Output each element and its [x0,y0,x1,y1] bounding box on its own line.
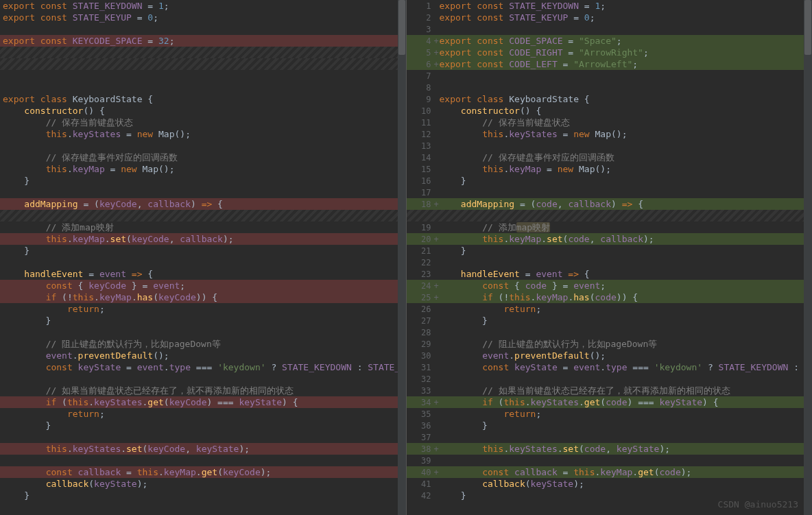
code-right[interactable]: 1export const STATE_KEYDOWN = 1;2export … [407,0,813,501]
code-line[interactable]: 7 [407,70,813,82]
code-line[interactable]: 26 return; [407,303,813,315]
code-line[interactable]: 28 [407,326,813,338]
code-line[interactable] [0,431,406,443]
code-line[interactable]: const keyState = event.type === 'keydown… [0,361,406,373]
code-line[interactable] [0,140,406,152]
code-line[interactable] [0,187,406,198]
code-line[interactable]: 34 if (this.keyStates.get(code) === keyS… [407,396,813,408]
diff-viewer: export const STATE_KEYDOWN = 1;export co… [0,0,812,515]
code-line[interactable]: 36 } [407,420,813,431]
code-line[interactable]: return; [0,303,406,315]
code-line[interactable]: const callback = this.keyMap.get(keyCode… [0,466,406,478]
code-line[interactable]: addMapping = (keyCode, callback) => { [0,198,406,210]
code-line[interactable] [0,256,406,268]
code-line[interactable]: 8 [407,82,813,93]
code-line[interactable]: 1export const STATE_KEYDOWN = 1; [407,0,813,12]
code-line[interactable]: // 保存键盘事件对应的回调函数 [0,152,406,163]
code-line[interactable]: 20 this.keyMap.set(code, callback); [407,233,813,245]
code-line[interactable] [0,58,406,70]
code-line[interactable] [0,326,406,338]
code-line[interactable]: } [0,490,406,501]
code-line[interactable]: 2export const STATE_KEYUP = 0; [407,12,813,23]
code-line[interactable]: constructor() { [0,105,406,117]
code-line[interactable]: 38 this.keyStates.set(code, keyState); [407,443,813,455]
code-line[interactable]: 10 constructor() { [407,105,813,117]
code-line[interactable]: 5export const CODE_RIGHT = "ArrowRight"; [407,47,813,58]
code-line[interactable]: export class KeyboardState { [0,93,406,105]
code-left[interactable]: export const STATE_KEYDOWN = 1;export co… [0,0,406,501]
code-line[interactable]: 41 callback(keyState); [407,478,813,490]
code-line[interactable]: this.keyMap.set(keyCode, callback); [0,233,406,245]
code-line[interactable] [0,82,406,93]
code-line[interactable]: 13 [407,140,813,152]
code-line[interactable]: 27 } [407,315,813,326]
code-line[interactable] [0,210,406,221]
code-line[interactable]: handleEvent = event => { [0,268,406,280]
scrollbar-thumb[interactable] [804,0,811,55]
code-line[interactable]: 31 const keyState = event.type === 'keyd… [407,361,813,373]
code-line[interactable]: // 阻止键盘的默认行为，比如pageDown等 [0,338,406,350]
code-line[interactable]: return; [0,408,406,420]
code-line[interactable]: 29 // 阻止键盘的默认行为，比如pageDown等 [407,338,813,350]
code-line[interactable]: 19 // 添加map映射 [407,221,813,233]
code-line[interactable]: if (!this.keyMap.has(keyCode)) { [0,291,406,303]
code-line[interactable]: 3 [407,23,813,35]
code-line[interactable]: 6export const CODE_LEFT = "ArrowLeft"; [407,58,813,70]
diff-pane-right[interactable]: 1export const STATE_KEYDOWN = 1;2export … [407,0,813,515]
code-line[interactable] [0,23,406,35]
code-line[interactable] [0,70,406,82]
code-line[interactable]: 32 [407,373,813,385]
code-line[interactable]: 12 this.keyStates = new Map(); [407,128,813,140]
diff-pane-left[interactable]: export const STATE_KEYDOWN = 1;export co… [0,0,407,515]
code-line[interactable]: if (this.keyStates.get(keyCode) === keyS… [0,396,406,408]
code-line[interactable]: // 保存当前键盘状态 [0,117,406,128]
code-line[interactable]: 24 const { code } = event; [407,280,813,291]
code-line[interactable] [0,47,406,58]
code-line[interactable]: 15 this.keyMap = new Map(); [407,163,813,175]
code-line[interactable]: 14 // 保存键盘事件对应的回调函数 [407,152,813,163]
code-line[interactable]: } [0,175,406,187]
code-line[interactable]: 35 return; [407,408,813,420]
code-line[interactable]: 23 handleEvent = event => { [407,268,813,280]
code-line[interactable] [407,210,813,221]
code-line[interactable]: export const STATE_KEYDOWN = 1; [0,0,406,12]
scrollbar-left[interactable] [398,0,406,515]
code-line[interactable]: const { keyCode } = event; [0,280,406,291]
code-line[interactable]: } [0,420,406,431]
code-line[interactable]: // 添加map映射 [0,221,406,233]
code-line[interactable]: 40 const callback = this.keyMap.get(code… [407,466,813,478]
code-line[interactable] [0,373,406,385]
code-line[interactable]: 33 // 如果当前键盘状态已经存在了，就不再添加新的相同的状态 [407,385,813,396]
code-line[interactable]: 17 [407,187,813,198]
code-line[interactable]: 39 [407,455,813,466]
code-line[interactable]: } [0,315,406,326]
code-line[interactable]: } [0,245,406,256]
code-line[interactable]: 37 [407,431,813,443]
code-line[interactable]: this.keyStates.set(keyCode, keyState); [0,443,406,455]
code-line[interactable]: this.keyMap = new Map(); [0,163,406,175]
code-line[interactable]: 9export class KeyboardState { [407,93,813,105]
code-line[interactable] [0,455,406,466]
code-line[interactable]: 30 event.preventDefault(); [407,350,813,361]
watermark: CSDN @ainuo5213 [718,499,798,510]
code-line[interactable]: 25 if (!this.keyMap.has(code)) { [407,291,813,303]
code-line[interactable]: this.keyStates = new Map(); [0,128,406,140]
code-line[interactable]: callback(keyState); [0,478,406,490]
code-line[interactable]: event.preventDefault(); [0,350,406,361]
code-line[interactable]: export const STATE_KEYUP = 0; [0,12,406,23]
code-line[interactable]: 21 } [407,245,813,256]
scrollbar-thumb[interactable] [398,0,405,55]
code-line[interactable]: // 如果当前键盘状态已经存在了，就不再添加新的相同的状态 [0,385,406,396]
scrollbar-right[interactable] [804,0,812,515]
code-line[interactable]: 4export const CODE_SPACE = "Space"; [407,35,813,47]
code-line[interactable]: 16 } [407,175,813,187]
code-line[interactable]: export const KEYCODE_SPACE = 32; [0,35,406,47]
code-line[interactable]: 22 [407,256,813,268]
code-line[interactable]: 11 // 保存当前键盘状态 [407,117,813,128]
code-line[interactable]: 18 addMapping = (code, callback) => { [407,198,813,210]
